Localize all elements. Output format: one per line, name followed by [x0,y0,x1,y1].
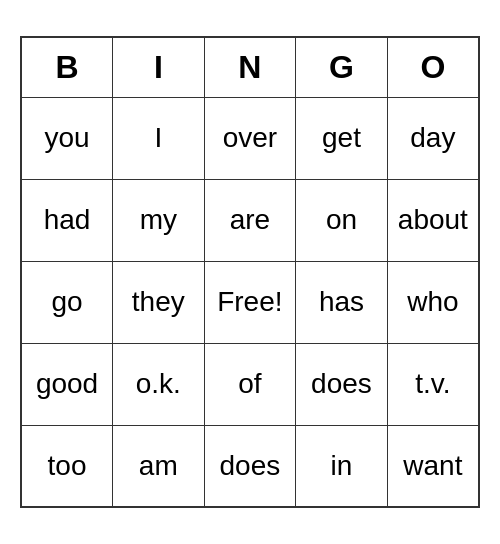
cell-r0-c2: over [204,97,296,179]
cell-r4-c2: does [204,425,296,507]
cell-r3-c2: of [204,343,296,425]
cell-r2-c2: Free! [204,261,296,343]
header-row: BINGO [21,37,479,97]
cell-r3-c3: does [296,343,388,425]
cell-r0-c3: get [296,97,388,179]
cell-r2-c0: go [21,261,113,343]
cell-r4-c3: in [296,425,388,507]
cell-r3-c4: t.v. [387,343,479,425]
cell-r0-c1: I [113,97,204,179]
bingo-card: BINGO youIovergetdayhadmyareonaboutgothe… [20,36,480,508]
cell-r4-c4: want [387,425,479,507]
header-cell-n: N [204,37,296,97]
header-cell-g: G [296,37,388,97]
cell-r1-c3: on [296,179,388,261]
cell-r4-c0: too [21,425,113,507]
cell-r0-c0: you [21,97,113,179]
header-cell-b: B [21,37,113,97]
cell-r2-c4: who [387,261,479,343]
cell-r1-c0: had [21,179,113,261]
table-row: hadmyareonabout [21,179,479,261]
table-row: tooamdoesinwant [21,425,479,507]
header-cell-i: I [113,37,204,97]
cell-r1-c2: are [204,179,296,261]
table-row: gotheyFree!haswho [21,261,479,343]
cell-r2-c3: has [296,261,388,343]
cell-r2-c1: they [113,261,204,343]
cell-r3-c0: good [21,343,113,425]
header-cell-o: O [387,37,479,97]
table-row: youIovergetday [21,97,479,179]
cell-r1-c1: my [113,179,204,261]
table-row: goodo.k.ofdoest.v. [21,343,479,425]
cell-r4-c1: am [113,425,204,507]
cell-r3-c1: o.k. [113,343,204,425]
cell-r0-c4: day [387,97,479,179]
cell-r1-c4: about [387,179,479,261]
